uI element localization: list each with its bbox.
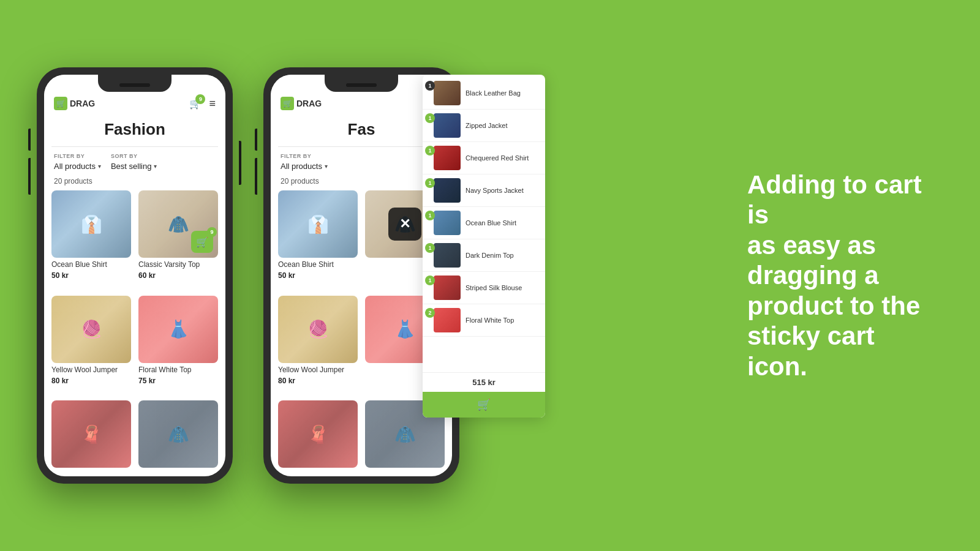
- cart-item-black-bag: 1 Black Leather Bag: [423, 77, 545, 110]
- product-img-floral-white: 👗: [138, 296, 218, 363]
- product-img-4: 👗: [138, 296, 218, 363]
- speaker: [119, 83, 150, 87]
- phone-left-screen: 🛒 DRAG 🛒 9 ≡ Fashion: [44, 75, 225, 476]
- volume-up-btn-r: [255, 129, 257, 151]
- cart-item-name-6: Dark Denim Top: [466, 252, 514, 259]
- filter-select-left[interactable]: All products ▾: [54, 162, 101, 171]
- product-img-r1: 👔: [278, 190, 358, 258]
- cart-checkout-btn[interactable]: 🛒: [423, 392, 545, 418]
- speaker-right: [346, 83, 377, 87]
- phones-container: 🛒 DRAG 🛒 9 ≡ Fashion: [37, 67, 459, 484]
- cart-item-badge-1: 1: [425, 81, 435, 91]
- cart-item-img-5: [434, 211, 461, 235]
- cart-item-badge-8: 2: [425, 308, 435, 318]
- promo-line2: as easy as: [747, 231, 876, 260]
- cart-item-floral: 2 Floral White Top: [423, 304, 545, 337]
- filter-sort-left: FILTER BY All products ▾ SORT BY Best se…: [44, 147, 225, 174]
- sort-value-left: Best selling: [111, 162, 151, 171]
- cart-item-name-1: Black Leather Bag: [466, 89, 521, 97]
- logo-text-left: DRAG: [70, 99, 95, 108]
- page-container: 🛒 DRAG 🛒 9 ≡ Fashion: [0, 0, 980, 551]
- promo-heading: Adding to cart is as easy as dragging a …: [747, 170, 925, 382]
- product-card-r5[interactable]: 🧣: [278, 400, 358, 476]
- phone-right: 🛒 DRAG 🛒 9 Fas FILTE: [263, 67, 459, 484]
- promo-line5: sticky cart icon.: [747, 321, 875, 381]
- volume-down-btn: [28, 158, 31, 195]
- product-img-r5: 🧣: [278, 400, 358, 468]
- cart-item-navy: 1 Navy Sports Jacket: [423, 174, 545, 207]
- filter-label-left: FILTER BY: [54, 153, 101, 159]
- cart-item-img-3: [434, 146, 461, 170]
- app-logo-left: 🛒 DRAG: [54, 97, 95, 110]
- product-name-r1: Ocean Blue Shirt: [278, 260, 358, 269]
- filter-chevron-right: ▾: [325, 163, 328, 170]
- logo-icon-right: 🛒: [281, 97, 294, 110]
- product-card-1[interactable]: 👔 Ocean Blue Shirt 50 kr: [51, 190, 131, 288]
- product-img-5: 🧣: [51, 400, 131, 468]
- product-price-1: 50 kr: [51, 271, 131, 280]
- product-card-6[interactable]: 🧥: [138, 400, 218, 476]
- phone-left: 🛒 DRAG 🛒 9 ≡ Fashion: [37, 67, 233, 484]
- header-icons-left: 🛒 9 ≡: [189, 97, 216, 110]
- drag-x-button[interactable]: ✕: [388, 208, 421, 241]
- product-card-2[interactable]: 🧥 🛒 9 Classic Varsity Top 60 kr: [138, 190, 218, 288]
- hamburger-icon-left[interactable]: ≡: [209, 97, 216, 110]
- cart-item-img-8: [434, 308, 461, 332]
- cart-badge-left: 9: [195, 94, 205, 104]
- promo-line3: dragging a: [747, 261, 879, 290]
- cart-item-badge-3: 1: [425, 146, 435, 156]
- filter-chevron-left: ▾: [98, 163, 101, 170]
- product-card-5[interactable]: 🧣: [51, 400, 131, 476]
- product-img-1: 👔: [51, 190, 131, 258]
- notch-right: [325, 75, 398, 92]
- product-name-r3: Yellow Wool Jumper: [278, 365, 358, 374]
- cart-sidebar-items: 1 Black Leather Bag 1 Zipped Jacket 1 Ch…: [423, 75, 545, 372]
- filter-group-left: FILTER BY All products ▾: [54, 153, 101, 171]
- sort-label-left: SORT BY: [111, 153, 157, 159]
- cart-item-badge-7: 1: [425, 276, 435, 285]
- promo-text-container: Adding to cart is as easy as dragging a …: [710, 170, 943, 382]
- product-card-4[interactable]: 👗 Floral White Top 75 kr: [138, 296, 218, 394]
- cart-item-img-7: [434, 276, 461, 300]
- red-check-img-right: 🧣: [278, 400, 358, 468]
- cart-drop-badge: 9: [207, 227, 217, 237]
- product-img-denim: 🧥: [138, 400, 218, 468]
- app-logo-right: 🛒 DRAG: [281, 97, 322, 110]
- product-img-red-check: 🧣: [51, 400, 131, 468]
- cart-item-red-check: 1 Chequered Red Shirt: [423, 142, 545, 174]
- product-card-r1[interactable]: 👔 Ocean Blue Shirt 50 kr: [278, 190, 358, 288]
- notch: [98, 75, 172, 92]
- product-price-r3: 80 kr: [278, 377, 358, 385]
- product-name-3: Yellow Wool Jumper: [51, 365, 131, 374]
- filter-value-left: All products: [54, 162, 96, 171]
- product-img-r3: 🧶: [278, 296, 358, 363]
- cart-sidebar: 1 Black Leather Bag 1 Zipped Jacket 1 Ch…: [423, 75, 545, 418]
- cart-item-img-2: [434, 113, 461, 138]
- promo-line4: product to the: [747, 291, 920, 320]
- sort-select-left[interactable]: Best selling ▾: [111, 162, 157, 171]
- cart-total: 515 kr: [423, 372, 545, 392]
- product-card-3[interactable]: 🧶 Yellow Wool Jumper 80 kr: [51, 296, 131, 394]
- product-card-r3[interactable]: 🧶 Yellow Wool Jumper 80 kr: [278, 296, 358, 394]
- cart-item-img-4: [434, 178, 461, 203]
- cart-item-img-6: [434, 243, 461, 268]
- cart-drop-btn[interactable]: 🛒 9: [191, 231, 213, 253]
- cart-item-name-5: Ocean Blue Shirt: [466, 219, 516, 227]
- sort-group-left: SORT BY Best selling ▾: [111, 153, 157, 171]
- cart-wrapper-left[interactable]: 🛒 9: [189, 98, 202, 110]
- cart-item-name-4: Navy Sports Jacket: [466, 187, 524, 194]
- product-img-6: 🧥: [138, 400, 218, 468]
- cart-item-denim: 1 Dark Denim Top: [423, 239, 545, 272]
- ocean-blue-img-right: 👔: [278, 190, 358, 258]
- filter-select-right[interactable]: All products ▾: [281, 162, 328, 171]
- cart-item-badge-5: 1: [425, 211, 435, 220]
- filter-group-right: FILTER BY All products ▾: [281, 153, 328, 171]
- product-price-2: 60 kr: [138, 271, 218, 280]
- cart-item-badge-4: 1: [425, 178, 435, 188]
- cart-item-badge-2: 1: [425, 113, 435, 123]
- cart-item-name-3: Chequered Red Shirt: [466, 154, 529, 162]
- logo-text-right: DRAG: [296, 99, 322, 108]
- logo-icon-left: 🛒: [54, 97, 67, 110]
- promo-line1: Adding to cart is: [747, 170, 922, 230]
- product-price-3: 80 kr: [51, 377, 131, 385]
